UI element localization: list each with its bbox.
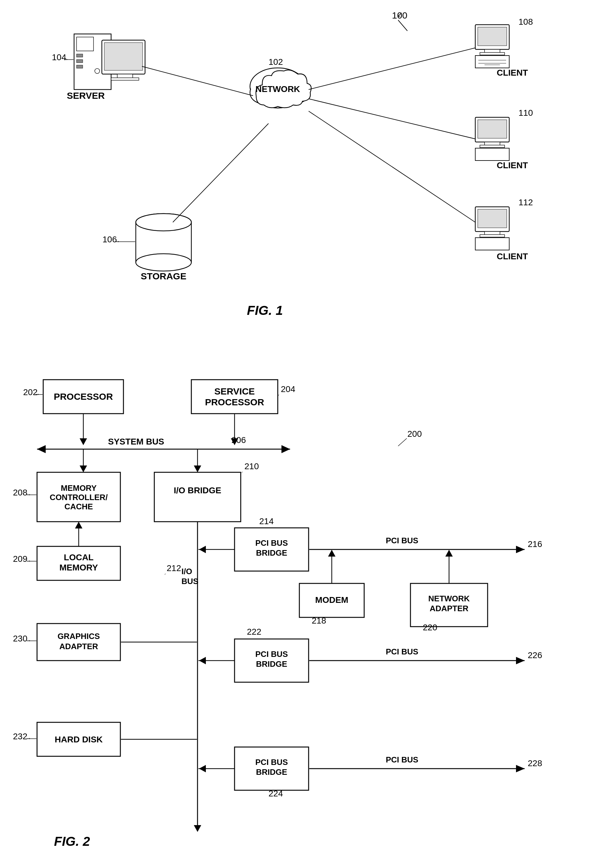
svg-text:228: 228 — [528, 758, 542, 768]
svg-text:→: → — [26, 735, 31, 741]
svg-text:102: 102 — [268, 57, 283, 67]
svg-text:CLIENT: CLIENT — [497, 251, 528, 261]
svg-text:PCI BUS: PCI BUS — [255, 650, 288, 659]
svg-text:I/O BRIDGE: I/O BRIDGE — [174, 486, 221, 495]
svg-text:204: 204 — [281, 384, 295, 394]
svg-rect-5 — [77, 54, 83, 57]
svg-text:209: 209 — [13, 554, 27, 563]
svg-marker-102 — [80, 466, 87, 472]
svg-rect-58 — [480, 235, 505, 237]
svg-marker-166 — [194, 825, 201, 832]
fig2-svg: FIG. 2 200 PROCESSOR 202 → SERVICE PROCE… — [0, 355, 616, 860]
svg-text:BRIDGE: BRIDGE — [256, 548, 287, 557]
svg-text:SYSTEM BUS: SYSTEM BUS — [108, 437, 164, 446]
svg-line-66 — [309, 111, 475, 222]
svg-text:200: 200 — [408, 429, 422, 439]
svg-text:108: 108 — [519, 17, 533, 27]
svg-marker-123 — [199, 546, 206, 553]
svg-text:208: 208 — [13, 488, 27, 497]
svg-text:222: 222 — [247, 627, 262, 637]
svg-marker-144 — [199, 657, 206, 664]
svg-marker-85 — [281, 445, 290, 453]
svg-rect-4 — [77, 37, 94, 51]
svg-text:CACHE: CACHE — [64, 502, 93, 511]
svg-line-70 — [398, 438, 407, 446]
svg-rect-39 — [480, 52, 505, 55]
svg-line-62 — [142, 66, 253, 96]
svg-text:PCI BUS: PCI BUS — [386, 647, 418, 656]
svg-marker-87 — [80, 438, 87, 445]
svg-text:218: 218 — [312, 616, 326, 625]
svg-rect-76 — [191, 380, 278, 414]
svg-marker-104 — [194, 466, 201, 472]
svg-rect-12 — [111, 78, 139, 80]
svg-rect-10 — [104, 42, 143, 71]
svg-marker-84 — [37, 445, 45, 453]
svg-line-100 — [241, 472, 243, 473]
svg-marker-125 — [516, 546, 525, 553]
svg-text:I/O: I/O — [182, 567, 192, 576]
svg-marker-138 — [445, 550, 453, 557]
svg-line-65 — [309, 99, 475, 139]
svg-text:NETWORK: NETWORK — [255, 84, 300, 94]
svg-point-8 — [95, 69, 100, 74]
svg-marker-161 — [199, 765, 206, 772]
svg-text:→: → — [114, 238, 120, 245]
svg-text:NETWORK: NETWORK — [428, 594, 470, 603]
svg-text:PCI BUS: PCI BUS — [386, 755, 418, 764]
svg-text:CONTROLLER/: CONTROLLER/ — [50, 493, 108, 502]
svg-text:232: 232 — [13, 731, 27, 741]
svg-text:MEMORY: MEMORY — [61, 483, 97, 493]
svg-text:→: → — [26, 558, 31, 564]
svg-marker-132 — [328, 550, 335, 557]
svg-text:→: → — [34, 391, 40, 397]
svg-text:↙: ↙ — [397, 10, 403, 19]
svg-text:ADAPTER: ADAPTER — [429, 604, 469, 613]
svg-rect-40 — [475, 56, 509, 68]
svg-line-1 — [398, 20, 408, 31]
svg-text:ADAPTER: ADAPTER — [59, 642, 98, 651]
svg-text:112: 112 — [519, 198, 533, 207]
svg-text:HARD DISK: HARD DISK — [55, 734, 103, 744]
svg-line-63 — [173, 124, 268, 222]
svg-rect-49 — [480, 145, 505, 148]
svg-text:FIG. 2: FIG. 2 — [54, 834, 90, 849]
svg-text:BRIDGE: BRIDGE — [256, 767, 287, 777]
svg-text:PCI BUS: PCI BUS — [255, 758, 288, 767]
svg-point-29 — [136, 254, 191, 271]
svg-text:SERVER: SERVER — [67, 91, 105, 100]
svg-line-117 — [165, 574, 165, 575]
svg-text:214: 214 — [259, 516, 274, 526]
svg-text:→: → — [63, 56, 69, 62]
svg-text:110: 110 — [519, 108, 533, 118]
svg-rect-97 — [154, 472, 241, 522]
svg-text:PCI BUS: PCI BUS — [255, 538, 288, 548]
svg-text:FIG. 1: FIG. 1 — [247, 303, 283, 318]
svg-text:STORAGE: STORAGE — [141, 271, 187, 281]
svg-text:MODEM: MODEM — [315, 595, 348, 605]
svg-text:MEMORY: MEMORY — [60, 563, 98, 572]
svg-text:216: 216 — [528, 539, 542, 549]
svg-text:→: → — [26, 637, 31, 643]
svg-text:CLIENT: CLIENT — [497, 68, 528, 77]
page: 100 ↙ 104 → SERVER — [0, 0, 616, 860]
svg-text:PROCESSOR: PROCESSOR — [205, 397, 264, 407]
svg-point-31 — [136, 213, 191, 231]
svg-rect-7 — [77, 65, 83, 68]
svg-rect-56 — [478, 209, 507, 228]
svg-text:230: 230 — [13, 634, 27, 643]
svg-marker-112 — [75, 522, 82, 529]
svg-text:BUS: BUS — [182, 577, 198, 586]
svg-rect-50 — [475, 148, 509, 160]
svg-text:224: 224 — [268, 789, 283, 798]
svg-text:BRIDGE: BRIDGE — [256, 659, 287, 669]
svg-rect-59 — [475, 238, 509, 250]
svg-text:CLIENT: CLIENT — [497, 160, 528, 170]
svg-text:220: 220 — [423, 623, 437, 632]
svg-text:→: → — [26, 491, 31, 497]
svg-text:212: 212 — [167, 563, 181, 573]
svg-rect-6 — [77, 60, 83, 63]
svg-line-80 — [278, 394, 279, 396]
svg-rect-47 — [478, 120, 507, 138]
svg-line-64 — [309, 48, 475, 89]
